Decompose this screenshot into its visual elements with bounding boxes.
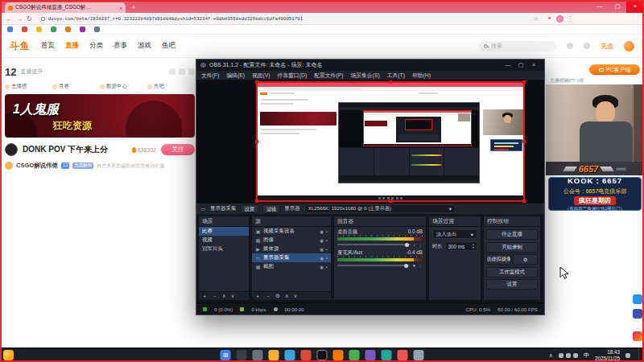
slider-knob[interactable] [404,264,408,268]
resize-handle[interactable] [255,140,258,143]
browser-maximize-button[interactable]: ▢ [609,0,626,13]
input-method-indicator[interactable]: 中 [584,352,589,360]
streamer-avatar[interactable] [5,143,18,156]
scene-up-button[interactable]: ∧ [222,293,226,299]
monitor-select[interactable]: XL2566K: 1920x1080 @ 0 (主显示器) ▾ [304,204,456,213]
side-widget-gift[interactable] [633,331,642,341]
bookmark-item[interactable] [51,27,56,32]
bookmark-item[interactable] [94,27,100,32]
notification-icon[interactable] [584,43,590,49]
obs-minimize-button[interactable]: — [502,60,514,71]
nav-games[interactable]: 游戏 [138,41,151,51]
pc-client-button[interactable]: PC客户端 [589,64,640,75]
mixer-dock-title[interactable]: 混音器 [334,216,426,227]
menu-help[interactable]: 帮助(H) [412,72,431,80]
obs-title-bar[interactable]: ◎ OBS 31.1.2 - 配置文件: 未命名 - 场景: 未命名 — ▢ × [196,60,544,71]
source-item-selected[interactable]: ▭显示器采集 ◉▪ [252,253,331,262]
bookmark-item[interactable] [22,27,27,32]
browser-close-button[interactable]: × [626,0,644,13]
tray-expand-icon[interactable]: ∧ [549,352,553,359]
tray-battery-icon[interactable] [573,353,578,358]
obs-close-button[interactable]: × [527,60,540,71]
transition-select[interactable]: 淡入淡出 ▾ [432,229,477,239]
show-desktop-sliver[interactable] [638,348,640,362]
gift-icon[interactable] [169,68,175,75]
scene-item[interactable]: 冠军片头 [199,245,249,253]
source-item[interactable]: ▣视频采集设备 ◉▪ [252,227,331,236]
browser-menu-icon[interactable]: ⋮ [568,15,574,23]
scene-item[interactable]: 比赛 [199,227,249,236]
stop-streaming-button[interactable]: 停止直播 [486,229,538,240]
source-down-button[interactable]: ∨ [294,293,298,299]
medal-icon[interactable] [179,68,185,75]
resize-handle[interactable] [522,140,526,143]
resize-handle[interactable] [389,200,392,203]
tab-data-center[interactable]: 数据中心 [100,83,147,90]
follow-button[interactable]: 关注 [161,144,195,155]
browser-tab[interactable]: CSGO解说伟佬直播_CSGO解… × [5,2,126,13]
scene-down-button[interactable]: ∨ [231,293,235,299]
menu-view[interactable]: 视图(V) [252,72,270,80]
obs-preview-canvas[interactable] [196,80,544,203]
track-options-icon[interactable]: ⋮ [418,263,423,269]
recharge-button[interactable]: 充值 [601,42,613,51]
source-properties-gear[interactable]: ⚙ [275,293,280,299]
taskbar-icon-chrome[interactable] [301,350,312,360]
lock-icon[interactable]: ▪ [326,238,328,243]
taskbar-icon-app[interactable] [414,350,424,360]
menu-tools[interactable]: 工具(T) [387,72,405,80]
bookmark-item[interactable] [36,27,42,32]
nav-yuba[interactable]: 鱼吧 [162,41,175,51]
source-item[interactable]: ▶媒体源 ◉▪ [252,245,331,253]
controls-dock-title[interactable]: 控制按钮 [484,216,540,227]
nav-esports[interactable]: 赛事 [114,41,127,51]
source-item[interactable]: ▦图像 ◉▪ [252,236,331,245]
taskbar-icon-app[interactable] [398,350,408,360]
tab-anchor-rank[interactable]: 主播榜 [5,83,52,90]
browser-profile-avatar[interactable] [556,15,564,23]
source-up-button[interactable]: ∧ [285,293,289,299]
menu-file[interactable]: 文件(F) [201,72,219,80]
weather-widget-icon[interactable] [3,350,14,360]
add-source-button[interactable]: ＋ [255,293,261,300]
promo-banner[interactable]: 1人鬼服 狂吃资源 [5,94,195,138]
source-properties-button[interactable]: 设置 [241,204,258,213]
nav-categories[interactable]: 分类 [89,41,103,51]
lock-icon[interactable]: ▪ [326,265,328,269]
visibility-eye-icon[interactable]: ◉ [320,247,324,252]
menu-scene-collection[interactable]: 场景集合(S) [350,72,379,80]
speaker-icon[interactable]: ♪ [413,242,415,248]
channel-avatar[interactable] [5,162,13,170]
resize-handle[interactable] [522,80,526,84]
slider-knob[interactable] [405,243,409,247]
taskbar-icon-douyu[interactable] [333,350,344,360]
taskbar-icon-taskview[interactable] [253,350,263,360]
back-button[interactable]: ← [6,15,12,23]
side-widget-game[interactable] [633,309,642,319]
channel-name[interactable]: CSGO解说伟佬 [16,162,58,170]
start-recording-button[interactable]: 开始录制 [486,242,538,253]
forward-button[interactable]: → [16,15,23,23]
menu-docks[interactable]: 停靠窗口(D) [278,72,308,80]
remove-source-button[interactable]: － [266,293,271,300]
tray-volume-icon[interactable] [566,353,571,358]
taskbar-icon-edge[interactable] [285,350,295,360]
tray-network-icon[interactable] [559,353,564,358]
taskbar-icon-explorer[interactable] [269,350,279,360]
source-item[interactable]: ▦截图 ◉▪ [252,262,331,271]
lock-icon[interactable]: ▪ [326,229,328,234]
bookmark-item[interactable] [65,27,71,32]
visibility-eye-icon[interactable]: ◉ [320,238,324,243]
bookmark-item[interactable] [7,27,13,32]
taskbar-icon-app[interactable] [382,350,392,360]
source-filters-button[interactable]: 滤镜 [262,204,280,213]
douyu-logo[interactable]: 斗鱼 [10,39,31,53]
extensions-icon[interactable]: ✦ [547,15,552,22]
settings-button[interactable]: 设置 [486,279,538,290]
tab-close-icon[interactable]: × [119,6,122,10]
resize-handle[interactable] [389,80,392,84]
user-avatar[interactable] [624,41,634,51]
duration-stepper[interactable]: 300 ms ▴▾ [445,241,477,251]
visibility-eye-icon[interactable]: ◉ [320,256,324,261]
resize-handle[interactable] [255,80,258,84]
